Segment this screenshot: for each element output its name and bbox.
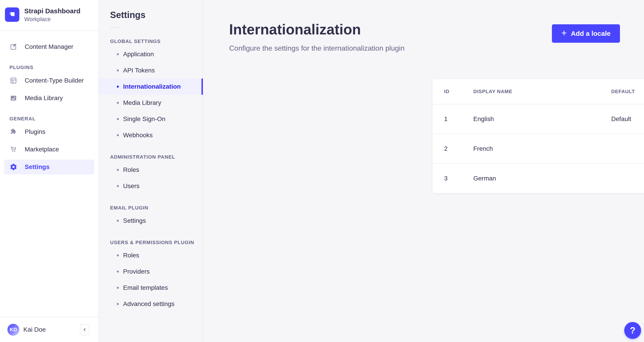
locales-table: ID DISPLAY NAME DEFAULT 1 English Defaul… — [432, 79, 644, 193]
strapi-logo-icon — [5, 8, 19, 22]
sidebar-nav: Content Manager PLUGINS Content-Type Bui… — [0, 31, 98, 174]
plus-icon: + — [561, 28, 567, 38]
sidebar-item-plugins[interactable]: Plugins — [4, 124, 94, 139]
sidebar-section-general: GENERAL — [10, 116, 98, 122]
brand-text: Strapi Dashboard Workplace — [24, 7, 80, 23]
sidebar-item-label: Media Library — [25, 94, 63, 102]
cell-default: Default — [611, 115, 644, 123]
subnav-section-administration-panel: ADMINISTRATION PANEL — [110, 154, 203, 160]
collapse-sidebar-button[interactable] — [80, 324, 90, 335]
settings-subnav: Settings GLOBAL SETTINGS Application API… — [99, 0, 203, 342]
subnav-section-email-plugin: EMAIL PLUGIN — [110, 205, 203, 211]
subnav-item-email-settings[interactable]: Settings — [99, 213, 203, 229]
media-library-icon — [9, 94, 18, 103]
column-header-display-name: DISPLAY NAME — [473, 89, 611, 94]
subnav-item-up-advanced-settings[interactable]: Advanced settings — [99, 296, 203, 312]
subnav-item-single-sign-on[interactable]: Single Sign-On — [99, 111, 203, 127]
user-name: Kai Doe — [23, 326, 80, 333]
subnav-item-media-library[interactable]: Media Library — [99, 95, 203, 111]
strapi-dashboard: Strapi Dashboard Workplace Content Manag… — [0, 0, 644, 342]
column-header-default: DEFAULT — [611, 89, 644, 94]
content-type-builder-icon — [9, 76, 18, 85]
sidebar-item-label: Marketplace — [25, 146, 59, 153]
cell-id: 1 — [444, 115, 473, 123]
sidebar-item-marketplace[interactable]: Marketplace — [4, 142, 94, 157]
user-row: KD Kai Doe — [0, 317, 98, 342]
sidebar-section-plugins: PLUGINS — [10, 65, 98, 70]
page-subtitle: Configure the settings for the internati… — [229, 44, 620, 52]
subnav-title: Settings — [110, 10, 203, 20]
subnav-item-up-providers[interactable]: Providers — [99, 263, 203, 280]
subnav-section-global-settings: GLOBAL SETTINGS — [110, 39, 203, 44]
help-button[interactable]: ? — [624, 322, 641, 339]
table-row[interactable]: 1 English Default — [432, 104, 644, 134]
sidebar-item-media-library[interactable]: Media Library — [4, 91, 94, 105]
cell-display-name: German — [473, 175, 611, 182]
table-header-row: ID DISPLAY NAME DEFAULT — [432, 79, 644, 104]
subnav-item-application[interactable]: Application — [99, 46, 203, 62]
subnav-item-admin-users[interactable]: Users — [99, 178, 203, 194]
sidebar-item-content-manager[interactable]: Content Manager — [4, 39, 94, 54]
puzzle-icon — [9, 127, 18, 136]
main-sidebar: Strapi Dashboard Workplace Content Manag… — [0, 0, 99, 342]
brand-name: Strapi Dashboard — [24, 7, 80, 15]
subnav-item-up-email-templates[interactable]: Email templates — [99, 280, 203, 296]
page-header: Internationalization Configure the setti… — [203, 0, 644, 52]
workspace-switcher[interactable]: Strapi Dashboard Workplace — [0, 0, 98, 31]
subnav-item-up-roles[interactable]: Roles — [99, 247, 203, 263]
subnav-item-internationalization[interactable]: Internationalization — [99, 79, 203, 95]
add-locale-button[interactable]: + Add a locale — [552, 24, 620, 43]
brand-workspace: Workplace — [24, 16, 80, 23]
cell-display-name: English — [473, 115, 611, 123]
subnav-item-webhooks[interactable]: Webhooks — [99, 127, 203, 143]
cell-display-name: French — [473, 145, 611, 152]
sidebar-item-label: Settings — [25, 163, 50, 170]
subnav-item-admin-roles[interactable]: Roles — [99, 162, 203, 178]
chevron-left-icon — [82, 327, 87, 332]
subnav-divider — [110, 27, 121, 28]
sidebar-item-label: Content Manager — [25, 43, 73, 50]
sidebar-item-label: Plugins — [25, 128, 45, 135]
add-locale-button-label: Add a locale — [571, 30, 610, 37]
cell-id: 2 — [444, 145, 473, 152]
main-content: Internationalization Configure the setti… — [203, 0, 644, 342]
table-row[interactable]: 2 French — [432, 134, 644, 164]
cell-id: 3 — [444, 175, 473, 182]
column-header-id: ID — [444, 89, 473, 94]
gear-icon — [9, 162, 18, 172]
sidebar-item-settings[interactable]: Settings — [4, 159, 94, 174]
subnav-section-users-permissions: USERS & PERMISSIONS PLUGIN — [110, 240, 203, 245]
table-row[interactable]: 3 German — [432, 164, 644, 193]
cart-icon — [9, 145, 18, 154]
avatar[interactable]: KD — [8, 324, 19, 336]
subnav-item-api-tokens[interactable]: API Tokens — [99, 62, 203, 79]
sidebar-item-label: Content-Type Builder — [25, 77, 84, 84]
content-manager-icon — [9, 42, 18, 51]
sidebar-item-content-type-builder[interactable]: Content-Type Builder — [4, 73, 94, 88]
